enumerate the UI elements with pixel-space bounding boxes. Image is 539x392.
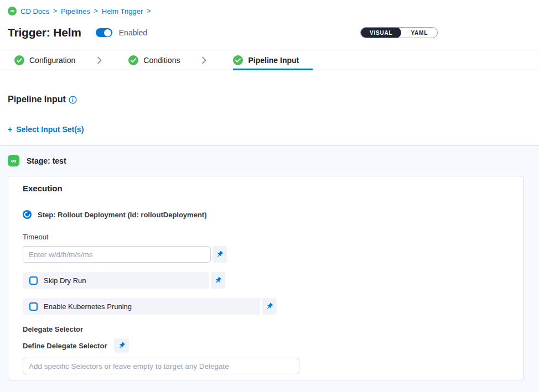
visual-toggle-button[interactable]: VISUAL [361,27,401,38]
select-input-sets-link[interactable]: +Select Input Set(s) [8,125,84,134]
stage-input-area: ∞ Stage: test Execution Step: Rollout De… [0,145,539,392]
pushpin-icon [216,250,224,258]
check-circle-icon [128,55,138,65]
plus-icon: + [8,125,12,134]
stage-row: ∞ Stage: test [8,146,531,166]
chevron-right-icon [97,56,102,64]
rollout-step-icon [23,210,32,219]
wizard-tabs: Configuration Conditions Pipeline Input [0,50,539,70]
breadcrumb-separator: > [53,7,57,15]
delegate-selectors-input[interactable] [23,358,299,374]
skip-dry-run-checkbox[interactable] [29,276,38,285]
stage-label: Stage: test [27,156,66,165]
enabled-toggle[interactable] [96,28,112,37]
toggle-knob [104,29,111,36]
enable-kubernetes-pruning-option[interactable]: Enable Kubernetes Pruning [23,298,260,315]
checkbox-label: Enable Kubernetes Pruning [44,302,132,311]
chevron-right-icon [201,56,207,64]
delegate-pin-button[interactable] [114,338,129,353]
pipeline-input-section: Pipeline Input +Select Input Set(s) [0,70,539,145]
tab-configuration[interactable]: Configuration [14,50,89,70]
page-header: ∞ CD Docs > Pipelines > Helm Trigger > T… [0,0,539,41]
enable-kubernetes-pruning-pin-button[interactable] [262,298,277,315]
breadcrumb: ∞ CD Docs > Pipelines > Helm Trigger > [8,7,531,15]
info-icon[interactable] [69,96,77,104]
step-label: Step: Rollout Deployment (Id: rolloutDep… [38,211,207,219]
stage-cd-icon: ∞ [8,155,19,166]
skip-dry-run-row: Skip Dry Run [23,272,509,289]
yaml-toggle-button[interactable]: YAML [401,30,437,36]
define-delegate-row: Define Delegate Selector [23,338,509,353]
breadcrumb-link-pipelines[interactable]: Pipelines [61,7,90,15]
skip-dry-run-pin-button[interactable] [211,272,225,289]
page-title: Trigger: Helm [8,26,81,39]
execution-card: Execution Step: Rollout Deployment (Id: … [8,176,524,380]
harness-cd-icon: ∞ [8,7,17,15]
tab-label: Conditions [143,56,180,65]
tab-label: Pipeline Input [248,56,299,65]
skip-dry-run-option[interactable]: Skip Dry Run [23,272,209,289]
tab-pipeline-input[interactable]: Pipeline Input [233,50,313,70]
step-row: Step: Rollout Deployment (Id: rolloutDep… [23,210,509,219]
enable-kubernetes-pruning-row: Enable Kubernetes Pruning [23,298,509,315]
visual-yaml-toggle: VISUAL YAML [360,27,438,38]
breadcrumb-separator: > [94,7,98,15]
delegate-selector-label: Delegate Selector [23,325,509,333]
timeout-label: Timeout [23,233,509,241]
pushpin-icon [266,302,273,310]
timeout-pin-button[interactable] [213,246,227,263]
tab-conditions[interactable]: Conditions [128,50,194,70]
breadcrumb-separator: > [147,7,151,15]
define-delegate-label: Define Delegate Selector [23,342,107,350]
timeout-field-row [23,246,509,263]
enable-kubernetes-pruning-checkbox[interactable] [29,302,38,311]
pushpin-icon [214,276,222,284]
timeout-input[interactable] [23,246,211,263]
check-circle-icon [14,55,24,65]
execution-card-title: Execution [23,184,509,193]
check-circle-icon [233,55,243,65]
section-heading: Pipeline Input [8,95,66,104]
pushpin-icon [118,342,126,349]
tab-label: Configuration [29,56,75,65]
title-row: Trigger: Helm Enabled VISUAL YAML [8,24,531,41]
enabled-toggle-label: Enabled [119,28,147,37]
checkbox-label: Skip Dry Run [44,276,86,285]
breadcrumb-link-cd-docs[interactable]: CD Docs [20,7,49,15]
breadcrumb-link-helm-trigger[interactable]: Helm Trigger [102,7,143,15]
